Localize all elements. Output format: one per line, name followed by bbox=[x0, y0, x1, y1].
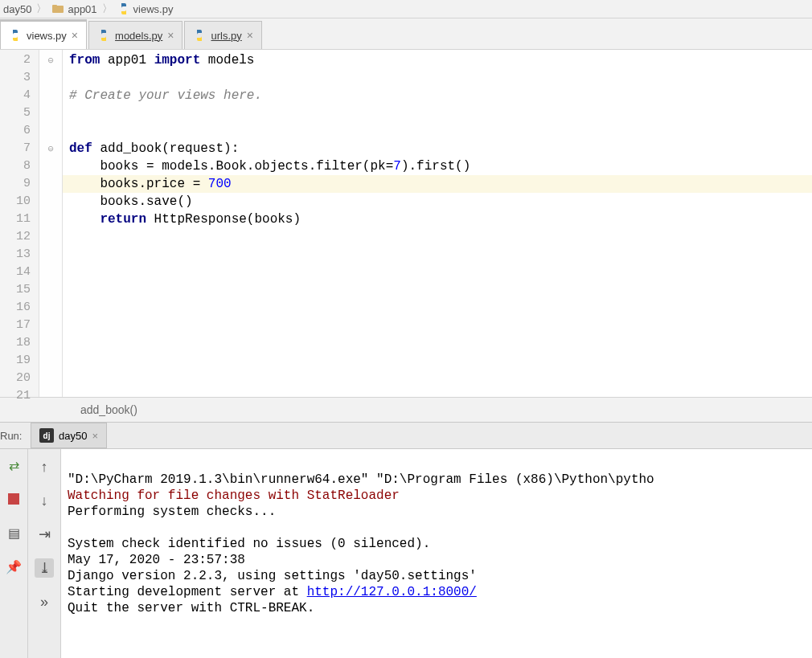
console-line: Django version 2.2.3, using settings 'da… bbox=[68, 569, 477, 583]
tab-label: urls.py bbox=[211, 30, 241, 42]
console-line: "D:\PyCharm 2019.1.3\bin\runnerw64.exe" … bbox=[68, 472, 654, 487]
down-arrow-icon[interactable]: ↓ bbox=[35, 491, 54, 510]
run-toolbar-right: ↑ ↓ ⇥ ⤓ » bbox=[28, 449, 61, 658]
chevron-right-icon: 〉 bbox=[36, 2, 47, 16]
close-icon[interactable]: × bbox=[167, 29, 174, 42]
breadcrumb-item[interactable]: views.py bbox=[117, 2, 174, 15]
code-content[interactable]: from app01 import models# Create your vi… bbox=[63, 50, 812, 397]
server-url-link[interactable]: http://127.0.0.1:8000/ bbox=[307, 585, 477, 599]
chevron-right-icon: 〉 bbox=[102, 2, 113, 16]
console-line: Quit the server with CTRL-BREAK. bbox=[68, 601, 314, 615]
close-icon[interactable]: × bbox=[92, 430, 98, 442]
code-editor[interactable]: 23456789101112131415161718192021 ⊖⊖ from… bbox=[0, 50, 812, 397]
fold-column[interactable]: ⊖⊖ bbox=[39, 50, 63, 397]
layout-icon[interactable]: ▤ bbox=[6, 525, 22, 541]
tab-label: views.py bbox=[27, 30, 67, 42]
up-arrow-icon[interactable]: ↑ bbox=[35, 457, 54, 476]
close-icon[interactable]: × bbox=[72, 29, 78, 42]
run-label: Run: bbox=[0, 430, 31, 442]
python-file-icon bbox=[9, 29, 22, 42]
tab-urls[interactable]: urls.py × bbox=[184, 21, 261, 49]
django-icon: dj bbox=[39, 428, 54, 443]
soft-wrap-icon[interactable]: ⇥ bbox=[35, 525, 54, 544]
console-line: May 17, 2020 - 23:57:38 bbox=[68, 553, 245, 567]
run-tool-window: ⇄ ▤ 📌 ↑ ↓ ⇥ ⤓ » "D:\PyCharm 2019.1.3\bin… bbox=[0, 449, 812, 658]
console-line: Watching for file changes with StatReloa… bbox=[68, 488, 400, 503]
python-file-icon bbox=[97, 29, 110, 42]
console-line: Starting development server at http://12… bbox=[68, 585, 477, 599]
close-icon[interactable]: × bbox=[247, 29, 253, 42]
tab-models[interactable]: models.py × bbox=[88, 21, 182, 49]
tab-label: models.py bbox=[115, 30, 162, 42]
tab-views[interactable]: views.py × bbox=[0, 19, 87, 49]
console-line: System check identified no issues (0 sil… bbox=[68, 537, 430, 551]
breadcrumb-item[interactable]: app01 bbox=[51, 2, 96, 15]
stop-icon[interactable] bbox=[6, 491, 22, 507]
rerun-icon[interactable]: ⇄ bbox=[6, 457, 22, 473]
run-toolbar-left: ⇄ ▤ 📌 bbox=[0, 449, 28, 658]
svg-rect-1 bbox=[52, 5, 57, 7]
more-icon[interactable]: » bbox=[35, 592, 54, 611]
folder-icon bbox=[51, 2, 64, 15]
editor-tab-bar: views.py × models.py × urls.py × bbox=[0, 18, 812, 50]
run-tool-window-header: Run: dj day50 × bbox=[0, 422, 812, 449]
scroll-to-end-icon[interactable]: ⤓ bbox=[35, 558, 54, 578]
run-config-label: day50 bbox=[59, 430, 87, 442]
console-output[interactable]: "D:\PyCharm 2019.1.3\bin\runnerw64.exe" … bbox=[61, 449, 812, 658]
pin-icon[interactable]: 📌 bbox=[6, 558, 22, 574]
python-file-icon bbox=[193, 29, 206, 42]
console-line: Performing system checks... bbox=[68, 505, 276, 519]
breadcrumb-item[interactable]: day50 bbox=[3, 3, 31, 15]
line-number-gutter: 23456789101112131415161718192021 bbox=[0, 50, 39, 397]
python-file-icon bbox=[117, 2, 130, 15]
run-config-tab[interactable]: dj day50 × bbox=[31, 423, 107, 448]
breadcrumb-bar: day50 〉 app01 〉 views.py bbox=[0, 0, 812, 18]
